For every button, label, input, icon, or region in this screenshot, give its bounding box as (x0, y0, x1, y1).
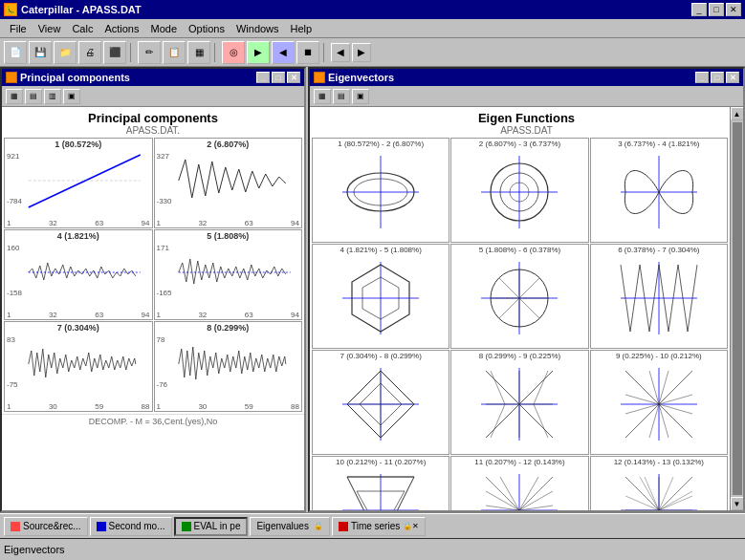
chart-cell-5: 7 (0.304%) 83 -75 1305988 (4, 321, 153, 412)
principal-components-panel: Principal components _ □ ✕ ▦ ▤ ▥ ▣ Princ… (0, 67, 306, 512)
eigen-cell-11: 11 (0.207%) - 12 (0.143%) (450, 456, 588, 510)
left-chart-grid: 1 (80.572%) 921 -784 1326394 (2, 136, 304, 414)
chart6-ymin: -76 (157, 380, 168, 389)
eigen-title-10: 10 (0.212%) - 11 (0.207%) (313, 457, 449, 467)
chart-cell-4: 5 (1.808%) 171 -165 1326394 (154, 229, 303, 320)
chart4-xlabels: 1326394 (155, 311, 302, 319)
eigen-chart-2 (451, 149, 587, 235)
eigen-title-2: 2 (6.807%) - 3 (6.737%) (451, 139, 587, 149)
eigen-title-1: 1 (80.572%) - 2 (6.807%) (313, 139, 449, 149)
eigen-title-9: 9 (0.225%) - 10 (0.212%) (591, 351, 727, 361)
tool8[interactable]: ▦ (187, 41, 210, 64)
chart2-ymin: -330 (157, 197, 172, 205)
chart1-ymax: 921 (7, 152, 19, 161)
scrollbar[interactable]: ▲ ▼ (730, 107, 743, 510)
right-tool3[interactable]: ▣ (352, 89, 369, 104)
status-text-bar: Eigenvectors (0, 538, 745, 559)
next-button[interactable]: ▶ (352, 43, 371, 62)
eigen-title-8: 8 (0.299%) - 9 (0.225%) (451, 351, 587, 361)
scroll-down[interactable]: ▼ (731, 497, 744, 510)
task-timeseries[interactable]: Time series 🔒✕ (332, 517, 426, 536)
eigen-cell-10: 10 (0.212%) - 11 (0.207%) (312, 456, 449, 510)
task-eigenvalues-label: Eigenvalues (256, 521, 308, 531)
left-tool1[interactable]: ▦ (6, 89, 23, 104)
eigen-chart-4 (313, 255, 449, 341)
maximize-button[interactable]: □ (709, 3, 724, 16)
svg-line-0 (29, 155, 141, 207)
right-maximize[interactable]: □ (711, 72, 724, 83)
tool5[interactable]: ⬛ (103, 41, 126, 64)
close-button[interactable]: ✕ (726, 3, 741, 16)
task-second-label: Second mo... (109, 521, 165, 531)
separator1 (130, 43, 134, 62)
toolbar: 📄 💾 📁 🖨 ⬛ ✏ 📋 ▦ ◎ ▶ ◀ ⏹ ◀ ▶ (0, 38, 745, 67)
right-panel-title: Eigenvectors (328, 72, 394, 83)
menu-actions[interactable]: Actions (99, 22, 144, 35)
right-close[interactable]: ✕ (726, 72, 739, 83)
eigen-chart-10 (313, 467, 449, 510)
eigen-chart-12 (591, 467, 727, 510)
right-minimize[interactable]: _ (695, 72, 709, 83)
minimize-button[interactable]: _ (691, 3, 707, 16)
menu-calc[interactable]: Calc (66, 22, 99, 35)
menu-file[interactable]: File (4, 22, 33, 35)
save-button[interactable]: 💾 (29, 41, 52, 64)
tool9[interactable]: ◎ (222, 41, 245, 64)
tool6[interactable]: ✏ (138, 41, 161, 64)
eigen-title-11: 11 (0.207%) - 12 (0.143%) (451, 457, 587, 467)
left-panel-title: Principal components (20, 72, 130, 83)
chart1-xlabels: 1326394 (5, 219, 152, 227)
chart-title-5: 7 (0.304%) (5, 322, 152, 334)
right-panel-toolbar: ▦ ▤ ▣ (310, 86, 743, 107)
eigen-chart-6 (591, 255, 727, 341)
right-panel-subtitle: APASS.DAT (310, 125, 743, 136)
right-panel-heading: Eigen Functions (310, 107, 743, 125)
left-tool3[interactable]: ▥ (44, 89, 61, 104)
eigen-chart-11 (451, 467, 587, 510)
task-source-indicator (11, 522, 20, 531)
left-close[interactable]: ✕ (287, 72, 300, 83)
left-minimize[interactable]: _ (256, 72, 270, 83)
chart6-ymax: 78 (157, 335, 165, 344)
tool7[interactable]: 📋 (163, 41, 186, 64)
open-button[interactable]: 📁 (54, 41, 77, 64)
print-button[interactable]: 🖨 (78, 41, 101, 64)
menu-options[interactable]: Options (183, 22, 230, 35)
tool11[interactable]: ◀ (272, 41, 295, 64)
window-title: Caterpillar - APASS.DAT (21, 4, 142, 15)
prev-button[interactable]: ◀ (331, 43, 350, 62)
eigen-cell-2: 2 (6.807%) - 3 (6.737%) (450, 138, 588, 243)
taskbar: Source&rec... Second mo... EVAL in pe Ei… (0, 513, 745, 538)
scroll-up[interactable]: ▲ (731, 107, 744, 120)
chart3-ymin: -158 (7, 289, 22, 297)
menu-mode[interactable]: Mode (144, 22, 183, 35)
left-panel-subtitle: APASS.DAT. (2, 125, 304, 136)
right-tool1[interactable]: ▦ (314, 89, 331, 104)
task-source[interactable]: Source&rec... (4, 517, 88, 536)
eigen-title-7: 7 (0.304%) - 8 (0.299%) (313, 351, 449, 361)
chart5-ymax: 83 (7, 335, 15, 344)
menu-help[interactable]: Help (285, 22, 318, 35)
task-eigenvalues[interactable]: Eigenvalues 🔒 (250, 517, 329, 536)
task-second[interactable]: Second mo... (90, 517, 172, 536)
chart2-ymax: 327 (157, 152, 169, 161)
left-tool4[interactable]: ▣ (63, 89, 80, 104)
eigen-title-12: 12 (0.143%) - 13 (0.132%) (591, 457, 727, 467)
task-eval[interactable]: EVAL in pe (174, 517, 249, 536)
eigen-chart-3 (591, 149, 727, 235)
tool10[interactable]: ▶ (247, 41, 270, 64)
chart-title-6: 8 (0.299%) (155, 322, 302, 334)
tool12[interactable]: ⏹ (296, 41, 319, 64)
left-tool2[interactable]: ▤ (25, 89, 42, 104)
menu-view[interactable]: View (33, 22, 67, 35)
left-maximize[interactable]: □ (272, 72, 285, 83)
eigen-chart-7 (313, 361, 449, 447)
right-tool2[interactable]: ▤ (333, 89, 350, 104)
chart-cell-2: 2 (6.807%) 327 -330 1326394 (154, 138, 303, 228)
chart4-ymax: 171 (157, 244, 169, 252)
chart-title-2: 2 (6.807%) (155, 139, 302, 150)
task-eval-label: EVAL in pe (194, 521, 241, 531)
chart5-ymin: -75 (7, 380, 18, 389)
menu-windows[interactable]: Windows (230, 22, 285, 35)
new-button[interactable]: 📄 (4, 41, 27, 64)
